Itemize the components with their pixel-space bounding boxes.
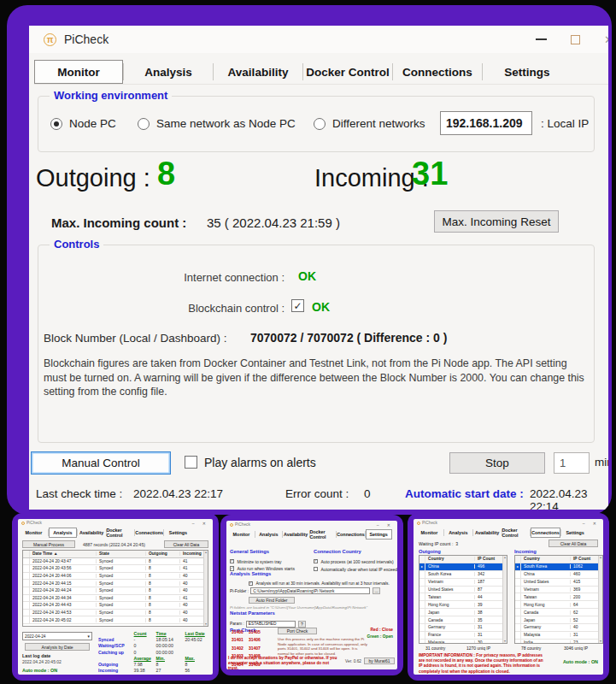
country-row[interactable]: United States87 xyxy=(419,587,507,594)
country-row[interactable]: South Korea342 xyxy=(419,571,507,579)
interval-input[interactable]: 1 xyxy=(554,452,590,474)
table-row[interactable]: 2022-04-24 20:44:53Synced840 xyxy=(23,610,208,617)
version-label: Ver. 0.62 xyxy=(345,659,361,663)
radio-different-networks[interactable]: Different networks xyxy=(314,117,425,130)
tab-availability[interactable]: Availability xyxy=(78,528,106,538)
table-row[interactable]: 2022-04-24 20:43:47Synced841 xyxy=(23,558,208,566)
country-row[interactable]: Malaysia31 xyxy=(515,632,602,640)
country-row[interactable]: ▸South Korea1062 xyxy=(515,563,602,571)
country-row[interactable]: Taiwan44 xyxy=(419,593,507,601)
tab-settings[interactable]: Settings xyxy=(483,60,572,84)
scroll-up-icon[interactable]: ▲ xyxy=(503,556,506,559)
radio-selected-icon[interactable] xyxy=(50,118,62,130)
tab-docker-control[interactable]: Docker Control xyxy=(502,528,530,538)
max-incoming-reset-button[interactable]: Max. Incoming Reset xyxy=(434,210,559,233)
outgoing-country-table[interactable]: ▲▼ CountryIP Count▸China496South Korea34… xyxy=(419,555,507,644)
tab-monitor[interactable]: Monitor xyxy=(228,529,255,540)
tab-docker-control[interactable]: Docker Control xyxy=(309,529,336,540)
radio-icon[interactable] xyxy=(138,118,150,130)
radio-icon[interactable] xyxy=(314,118,326,130)
checkbox-checked-icon[interactable]: ✓ xyxy=(249,581,253,586)
scroll-down-icon[interactable]: ▼ xyxy=(204,622,207,626)
country-row[interactable]: Vietnam187 xyxy=(419,579,507,587)
minimize-icon[interactable] xyxy=(536,38,547,40)
column-header-country[interactable]: Country xyxy=(425,557,475,561)
analysis-by-date-button[interactable]: Analysis by Date xyxy=(25,643,90,651)
tab-settings[interactable]: Settings xyxy=(561,528,590,538)
table-scrollbar[interactable]: ▲▼ xyxy=(203,551,208,626)
country-row[interactable]: Hong Kong64 xyxy=(515,601,602,609)
maximize-icon[interactable] xyxy=(571,35,580,44)
port-check-button[interactable]: Port Check xyxy=(278,628,317,634)
close-icon[interactable]: ✕ xyxy=(604,33,608,46)
tab-docker-control[interactable]: Docker Control xyxy=(303,60,392,84)
country-row[interactable]: Hong Kong39 xyxy=(419,601,507,609)
tab-analysis[interactable]: Analysis xyxy=(444,528,472,538)
radio-node-pc[interactable]: Node PC xyxy=(50,117,116,130)
table-scrollbar[interactable]: ▲▼ xyxy=(502,556,507,643)
tab-availability[interactable]: Availability xyxy=(283,529,309,540)
scroll-up-icon[interactable]: ▲ xyxy=(599,556,601,559)
country-row[interactable]: India23 xyxy=(515,640,602,644)
tab-docker-control[interactable]: Docker Control xyxy=(106,528,134,538)
scroll-down-icon[interactable]: ▼ xyxy=(503,640,506,643)
column-header-date-time[interactable]: Date Time ▲ xyxy=(30,551,97,556)
tab-availability[interactable]: Availability xyxy=(214,60,302,84)
local-ip-input[interactable]: 192.168.1.209 xyxy=(440,111,532,135)
table-row[interactable]: 2022-04-24 20:44:34Synced841 xyxy=(23,595,208,603)
scroll-down-icon[interactable]: ▼ xyxy=(599,640,601,643)
country-row[interactable]: Japan38 xyxy=(419,609,507,616)
analysis-table[interactable]: ▲▼ Date Time ▲StateOutgoingIncoming2022-… xyxy=(22,550,208,627)
country-row[interactable]: Malaysia30 xyxy=(419,640,507,644)
tab-monitor[interactable]: Monitor xyxy=(20,528,48,538)
credit-button[interactable]: by Murat61 xyxy=(364,657,395,664)
tab-connections[interactable]: Connections xyxy=(531,528,560,538)
tab-monitor[interactable]: Monitor xyxy=(34,60,123,84)
tab-availability[interactable]: Availability xyxy=(473,528,502,538)
column-header-country[interactable]: Country xyxy=(521,557,571,561)
table-row[interactable]: 2022-04-24 20:44:24Synced840 xyxy=(23,587,208,595)
country-row[interactable]: ▸China496 xyxy=(419,563,507,571)
radio-same-network[interactable]: Same network as Node PC xyxy=(138,117,296,130)
table-row[interactable]: 2022-04-24 20:44:15Synced840 xyxy=(23,580,208,587)
manual-control-button[interactable]: Manual Control xyxy=(31,451,171,475)
pi-folder-input[interactable]: C:\Users\mypi\AppData\Roaming\Pi Network xyxy=(250,587,370,594)
incoming-country-table[interactable]: ▲▼ CountryIP Count▸South Korea1062China4… xyxy=(514,555,603,644)
country-row[interactable]: Germany40 xyxy=(515,624,602,632)
scroll-up-icon[interactable]: ▲ xyxy=(204,551,207,554)
column-header-state[interactable]: State xyxy=(97,551,146,556)
clear-all-data-button[interactable]: Clear All Data xyxy=(164,540,208,548)
table-row[interactable]: 2022-04-24 20:44:06Synced840 xyxy=(23,573,208,581)
stop-button[interactable]: Stop xyxy=(449,452,545,474)
country-row[interactable]: Germany31 xyxy=(419,624,507,632)
tab-analysis[interactable]: Analysis xyxy=(255,529,282,540)
country-row[interactable]: Canada35 xyxy=(419,616,507,624)
tab-monitor[interactable]: Monitor xyxy=(415,528,443,538)
table-row[interactable]: 2022-04-24 20:45:02Synced840 xyxy=(23,616,208,624)
country-name: Taiwan xyxy=(425,595,475,599)
country-row[interactable]: France31 xyxy=(419,632,507,640)
tab-connections[interactable]: Connections xyxy=(337,529,365,540)
country-row[interactable]: Taiwan200 xyxy=(515,593,602,601)
country-row[interactable]: China460 xyxy=(515,571,602,579)
table-scrollbar[interactable]: ▲▼ xyxy=(598,556,602,643)
tab-connections[interactable]: Connections xyxy=(393,60,482,84)
blockchain-control-checkbox[interactable]: ✓ xyxy=(291,299,304,312)
clear-all-data-button[interactable]: Clear All Data xyxy=(549,540,598,547)
column-header-outgoing[interactable]: Outgoing xyxy=(146,551,180,556)
manual-process-button[interactable]: Manual Process xyxy=(22,540,75,548)
country-row[interactable]: Japan52 xyxy=(515,616,602,624)
country-row[interactable]: Canada62 xyxy=(515,609,602,616)
country-row[interactable]: Vietnam369 xyxy=(515,587,602,594)
tab-settings[interactable]: Settings xyxy=(164,528,192,538)
tab-connections[interactable]: Connections xyxy=(135,528,163,538)
table-row[interactable]: 2022-04-24 20:44:43Synced840 xyxy=(23,602,208,610)
browse-button[interactable]: ... xyxy=(373,587,380,594)
table-row[interactable]: 2022-04-24 20:43:56Synced841 xyxy=(23,565,208,573)
play-alarms-checkbox[interactable] xyxy=(185,456,197,469)
date-filter-select[interactable]: 2022-04-24 ▾ xyxy=(22,632,92,640)
tab-analysis[interactable]: Analysis xyxy=(124,60,213,84)
tab-settings[interactable]: Settings xyxy=(366,529,392,540)
tab-analysis[interactable]: Analysis xyxy=(49,528,77,538)
country-row[interactable]: United States415 xyxy=(515,579,602,587)
